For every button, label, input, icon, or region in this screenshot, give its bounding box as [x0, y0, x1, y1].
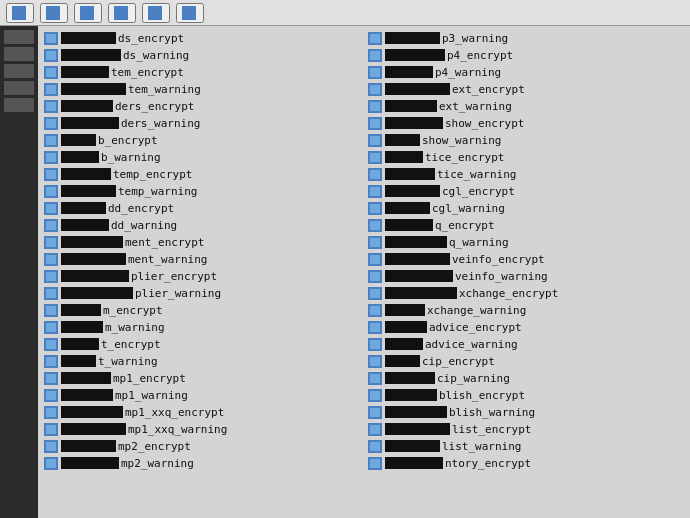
table-list-item[interactable]: blish_warning [368, 404, 684, 420]
export-wizard-button[interactable] [176, 3, 204, 23]
table-list-item[interactable]: advice_warning [368, 336, 684, 352]
table-list-item[interactable]: ext_warning [368, 98, 684, 114]
table-list-item[interactable]: mp2_encrypt [44, 438, 360, 454]
table-list-item[interactable]: plier_warning [44, 285, 360, 301]
table-list-item[interactable]: list_warning [368, 438, 684, 454]
table-list-item[interactable]: ment_encrypt [44, 234, 360, 250]
table-list-item[interactable]: ext_encrypt [368, 81, 684, 97]
table-name-label: xchange_encrypt [385, 287, 684, 300]
table-list-item[interactable]: show_encrypt [368, 115, 684, 131]
sidebar-nav-item[interactable] [4, 98, 34, 112]
table-name-label: mp1_xxq_encrypt [61, 406, 360, 419]
table-list-item[interactable]: xchange_warning [368, 302, 684, 318]
table-list-item[interactable]: q_warning [368, 234, 684, 250]
table-name-suffix: temp_encrypt [113, 168, 192, 181]
table-name-label: cgl_encrypt [385, 185, 684, 198]
table-list-item[interactable]: xchange_encrypt [368, 285, 684, 301]
table-list-item[interactable]: list_encrypt [368, 421, 684, 437]
table-list-item[interactable]: b_warning [44, 149, 360, 165]
table-list-item[interactable]: mp1_xxq_warning [44, 421, 360, 437]
table-list-item[interactable]: tice_encrypt [368, 149, 684, 165]
table-list-item[interactable]: p4_encrypt [368, 47, 684, 63]
table-list-item[interactable]: mp1_xxq_encrypt [44, 404, 360, 420]
export-wizard-icon [182, 6, 196, 20]
table-icon [44, 185, 58, 198]
table-name-suffix: temp_warning [118, 185, 197, 198]
table-list-item[interactable]: mp2_warning [44, 455, 360, 471]
table-name-label: ders_encrypt [61, 100, 360, 113]
table-icon [44, 321, 58, 334]
table-name-suffix: p3_warning [442, 32, 508, 45]
table-list-item[interactable]: m_encrypt [44, 302, 360, 318]
table-list-item[interactable]: temp_warning [44, 183, 360, 199]
table-name-label: ntory_encrypt [385, 457, 684, 470]
table-icon [44, 202, 58, 215]
table-name-suffix: ders_warning [121, 117, 200, 130]
table-list-item[interactable]: cip_encrypt [368, 353, 684, 369]
new-table-button[interactable] [74, 3, 102, 23]
table-list-item[interactable]: cgl_warning [368, 200, 684, 216]
table-list-item[interactable]: m_warning [44, 319, 360, 335]
table-list-item[interactable]: mp1_warning [44, 387, 360, 403]
table-name-label: tem_encrypt [61, 66, 360, 79]
table-icon [44, 151, 58, 164]
table-list-item[interactable]: ders_encrypt [44, 98, 360, 114]
table-list-item[interactable]: temp_encrypt [44, 166, 360, 182]
table-list-item[interactable]: advice_encrypt [368, 319, 684, 335]
table-name-label: cgl_warning [385, 202, 684, 215]
table-name-label: blish_warning [385, 406, 684, 419]
table-list-item[interactable]: b_encrypt [44, 132, 360, 148]
table-list-item[interactable]: tice_warning [368, 166, 684, 182]
design-table-button[interactable] [40, 3, 68, 23]
sidebar-nav-item[interactable] [4, 30, 34, 44]
table-list-item[interactable]: dd_encrypt [44, 200, 360, 216]
table-icon [368, 32, 382, 45]
table-name-suffix: p4_warning [435, 66, 501, 79]
table-list-item[interactable]: tem_warning [44, 81, 360, 97]
table-icon [368, 389, 382, 402]
sidebar-nav-item[interactable] [4, 64, 34, 78]
table-name-label: mp2_encrypt [61, 440, 360, 453]
table-name-suffix: ds_encrypt [118, 32, 184, 45]
table-list-item[interactable]: blish_encrypt [368, 387, 684, 403]
table-list-item[interactable]: p3_warning [368, 30, 684, 46]
table-name-label: tice_warning [385, 168, 684, 181]
table-list-item[interactable]: dd_warning [44, 217, 360, 233]
table-name-suffix: plier_encrypt [131, 270, 217, 283]
table-name-suffix: xchange_encrypt [459, 287, 558, 300]
table-list-item[interactable]: ntory_encrypt [368, 455, 684, 471]
toolbar [0, 0, 690, 26]
table-list-item[interactable]: cip_warning [368, 370, 684, 386]
table-icon [44, 168, 58, 181]
table-list-item[interactable]: p4_warning [368, 64, 684, 80]
sidebar-nav-item[interactable] [4, 47, 34, 61]
table-list-item[interactable]: t_encrypt [44, 336, 360, 352]
table-list-item[interactable]: cgl_encrypt [368, 183, 684, 199]
table-list-item[interactable]: ds_encrypt [44, 30, 360, 46]
table-list-item[interactable]: ds_warning [44, 47, 360, 63]
table-name-label: blish_encrypt [385, 389, 684, 402]
table-name-suffix: ntory_encrypt [445, 457, 531, 470]
table-list-item[interactable]: ders_warning [44, 115, 360, 131]
table-list-item[interactable]: mp1_encrypt [44, 370, 360, 386]
table-name-label: temp_encrypt [61, 168, 360, 181]
table-name-suffix: plier_warning [135, 287, 221, 300]
table-list-item[interactable]: veinfo_warning [368, 268, 684, 284]
sidebar-nav-item[interactable] [4, 81, 34, 95]
delete-table-button[interactable] [108, 3, 136, 23]
table-list-item[interactable]: ment_warning [44, 251, 360, 267]
table-name-suffix: cgl_warning [432, 202, 505, 215]
table-list-item[interactable]: plier_encrypt [44, 268, 360, 284]
table-name-label: mp2_warning [61, 457, 360, 470]
table-name-label: veinfo_warning [385, 270, 684, 283]
table-icon [44, 423, 58, 436]
table-name-label: xchange_warning [385, 304, 684, 317]
table-list-item[interactable]: q_encrypt [368, 217, 684, 233]
table-list-item[interactable]: tem_encrypt [44, 64, 360, 80]
table-list-item[interactable]: veinfo_encrypt [368, 251, 684, 267]
table-name-suffix: q_encrypt [435, 219, 495, 232]
open-table-button[interactable] [6, 3, 34, 23]
table-list-item[interactable]: show_warning [368, 132, 684, 148]
table-list-item[interactable]: t_warning [44, 353, 360, 369]
import-wizard-button[interactable] [142, 3, 170, 23]
